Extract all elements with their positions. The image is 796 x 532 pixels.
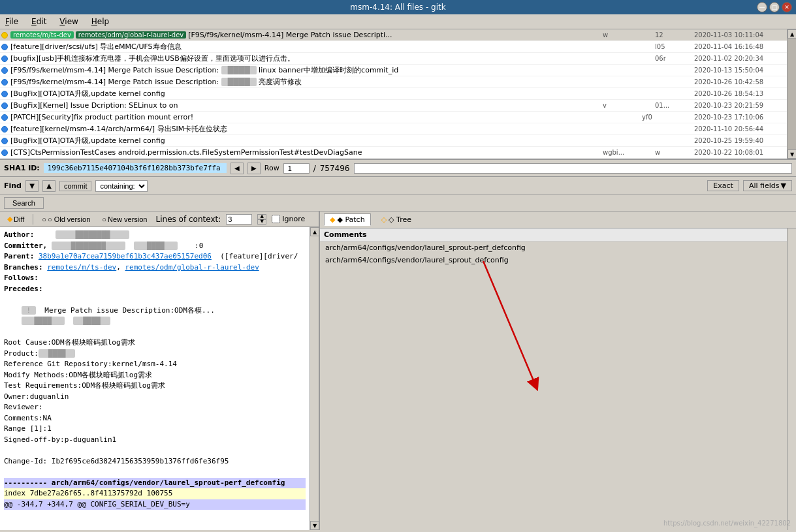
diff-scroll-thumb[interactable] bbox=[310, 236, 319, 521]
branch-link-1[interactable]: remotes/m/ts-dev bbox=[47, 263, 116, 272]
find-up-btn[interactable]: ▲ bbox=[42, 180, 56, 192]
diff-button[interactable]: ◆ Diff bbox=[4, 213, 27, 225]
commit-list: remotes/m/ts-dev remotes/odm/global-r-la… bbox=[0, 29, 787, 159]
sha-search-input[interactable] bbox=[354, 163, 793, 174]
comments-line: Comments:NA bbox=[4, 413, 306, 424]
diff-diamond-icon: ◆ bbox=[7, 215, 12, 223]
commit-row[interactable]: [BugFix][OTA]OTA升级,update kernel config … bbox=[0, 88, 787, 100]
ignore-checkbox[interactable] bbox=[272, 215, 280, 223]
committer-line: Committer, ████████ ████ :0 bbox=[4, 241, 306, 252]
close-button[interactable]: ✕ bbox=[782, 2, 792, 12]
root-cause-line: Root Cause:ODM各模块暗码抓log需求 bbox=[4, 337, 306, 349]
all-fields-button[interactable]: All fields ▼ bbox=[743, 180, 792, 191]
find-label: Find bbox=[4, 181, 22, 190]
scroll-up-btn[interactable]: ▲ bbox=[788, 29, 796, 39]
commit-message: [feature][kernel/msm-4.14/arch/arm64/] 导… bbox=[10, 124, 694, 134]
lower-pane: ◆ Diff ○ ○ Old version ○ New version Lin… bbox=[0, 211, 796, 530]
maximize-button[interactable]: □ bbox=[769, 2, 780, 12]
titlebar: msm-4.14: All files - gitk — □ ✕ bbox=[0, 0, 796, 14]
commit-dot bbox=[1, 149, 8, 156]
ref-git-line: Reference Git Repository:kernel/msm-4.14 bbox=[4, 359, 306, 370]
old-version-button[interactable]: ○ ○ Old version bbox=[39, 214, 93, 225]
diff-content-area: Author: ████████ Committer, ████████ ███… bbox=[0, 227, 319, 530]
diff-hunk-line: @@ -344,7 +344,7 @@ CONFIG_SERIAL_DEV_BU… bbox=[4, 499, 306, 510]
file-path-2: arch/arm64/configs/vendor/laurel_sprout_… bbox=[325, 256, 509, 264]
commit-date: 2020-10-26 18:54:13 bbox=[694, 90, 786, 97]
patch-file-item-2[interactable]: arch/arm64/configs/vendor/laurel_sprout_… bbox=[320, 254, 787, 266]
scroll-down-btn[interactable]: ▼ bbox=[788, 149, 796, 159]
old-version-label: ○ Old version bbox=[48, 215, 90, 223]
arrow-annotation bbox=[451, 242, 581, 411]
scroll-thumb[interactable] bbox=[788, 39, 796, 149]
diff-label: Diff bbox=[14, 215, 24, 223]
commit-row[interactable]: remotes/m/ts-dev remotes/odm/global-r-la… bbox=[0, 29, 787, 41]
commit-message: [bugfix][usb]手机连接标准充电器，手机会弹出USB偏好设置，里面选项… bbox=[10, 54, 603, 63]
parent-sha-link[interactable]: 38b9a1e70a7cea7159bef61b3c437ae05157ed06 bbox=[39, 252, 212, 260]
commit-date: 2020-10-22 10:08:01 bbox=[694, 149, 786, 156]
new-version-button[interactable]: ○ New version bbox=[99, 214, 150, 225]
find-containing-select[interactable]: containing: bbox=[95, 180, 148, 192]
diff-scrollbar[interactable]: ▲ ▼ bbox=[310, 227, 319, 530]
file-list-with-arrow: arch/arm64/configs/vendor/laurel_sprout-… bbox=[320, 242, 787, 266]
commit-row[interactable]: [F9S/f9s/kernel/msm-4.14] Merge Patch is… bbox=[0, 76, 787, 88]
commit-dot bbox=[1, 114, 8, 121]
menu-edit[interactable]: Edit bbox=[29, 16, 49, 27]
commit-row[interactable]: [PATCH][Security]fix product partition m… bbox=[0, 112, 787, 123]
commit-message: [F9S/f9s/kernel/msm-4.14] Merge Patch is… bbox=[188, 31, 603, 39]
sha-bar: SHA1 ID: 199c36eb7115e407104b3f6f1028bb3… bbox=[0, 160, 796, 177]
commit-row[interactable]: [CTS]CtsPermissionTestCases android.perm… bbox=[0, 147, 787, 159]
diff-scroll-down-btn[interactable]: ▼ bbox=[310, 521, 319, 530]
commit-row[interactable]: [F9S/f9s/kernel/msm-4.14] Merge Patch is… bbox=[0, 65, 787, 76]
search-button[interactable]: Search bbox=[4, 197, 44, 209]
right-panel-scrollbar[interactable] bbox=[787, 228, 796, 530]
minimize-button[interactable]: — bbox=[757, 2, 767, 12]
tag-badge: remotes/m/ts-dev bbox=[10, 31, 74, 39]
commit-row[interactable]: [bugfix][usb]手机连接标准充电器，手机会弹出USB偏好设置，里面选项… bbox=[0, 53, 787, 65]
row-separator: / bbox=[313, 164, 316, 173]
commit-dot bbox=[1, 44, 8, 50]
tree-tab-label: ◇ Tree bbox=[389, 215, 411, 224]
branch-link-2[interactable]: remotes/odm/global-r-laurel-dev bbox=[125, 263, 259, 272]
diff-index-line: index 7dbe27a26f65..8f411375792d 100755 bbox=[4, 488, 306, 499]
context-input[interactable] bbox=[226, 214, 252, 225]
row-input[interactable] bbox=[283, 163, 310, 174]
diff-scroll-up-btn[interactable]: ▲ bbox=[310, 227, 319, 236]
new-radio-icon: ○ bbox=[102, 215, 106, 223]
precedes-line: Precedes: bbox=[4, 284, 306, 295]
tree-diamond-icon: ◇ bbox=[381, 215, 387, 224]
exact-button[interactable]: Exact bbox=[707, 180, 739, 191]
patch-file-item-1[interactable]: arch/arm64/configs/vendor/laurel_sprout-… bbox=[320, 242, 787, 254]
commit-list-scrollbar[interactable]: ▲ ▼ bbox=[787, 29, 796, 159]
patch-tab-label: ◆ Patch bbox=[337, 215, 364, 224]
find-down-btn[interactable]: ▼ bbox=[25, 180, 39, 192]
svg-line-1 bbox=[483, 261, 535, 385]
patch-tab[interactable]: ◆ ◆ Patch bbox=[324, 213, 371, 226]
watermark: https://blog.csdn.net/weixin_42271802 bbox=[663, 520, 791, 527]
commit-row[interactable]: [BugFix][Kernel] Issue Dcription: SELinu… bbox=[0, 100, 787, 112]
find-type-button[interactable]: commit bbox=[59, 181, 91, 191]
tag-badge: remotes/odm/global-r-laurel-dev bbox=[76, 31, 186, 39]
menu-file[interactable]: File bbox=[3, 16, 21, 27]
sha-next-btn[interactable]: ▶ bbox=[247, 163, 261, 174]
patch-diamond-icon: ◆ bbox=[330, 215, 335, 224]
row-label: Row bbox=[264, 164, 279, 172]
range-line: Range [1]:1 bbox=[4, 424, 306, 435]
commit-author: w bbox=[603, 31, 655, 39]
menu-help[interactable]: Help bbox=[89, 16, 112, 27]
main-container: remotes/m/ts-dev remotes/odm/global-r-la… bbox=[0, 29, 796, 530]
commit-message: [BugFix][OTA]OTA升级,update kernel config bbox=[10, 136, 694, 146]
sha-value[interactable]: 199c36eb7115e407104b3f6f1028bb373bfe7ffa bbox=[44, 163, 227, 173]
spinner-down-btn[interactable]: ▼ bbox=[257, 219, 266, 225]
commit-sha: l05 bbox=[655, 43, 694, 50]
commit-date: 2020-10-23 20:21:59 bbox=[694, 102, 786, 109]
patch-tabs: ◆ ◆ Patch ◇ ◇ Tree bbox=[320, 211, 796, 228]
menu-view[interactable]: View bbox=[57, 16, 80, 27]
right-panel: ◆ ◆ Patch ◇ ◇ Tree Comments arch/arm64/c… bbox=[320, 211, 796, 530]
commit-row[interactable]: [BugFix][OTA]OTA升级,update kernel config … bbox=[0, 135, 787, 147]
sha-prev-btn[interactable]: ◀ bbox=[231, 163, 244, 174]
commit-row[interactable]: [feature][driver/scsi/ufs] 导出eMMC/UFS寿命信… bbox=[0, 41, 787, 53]
tree-tab[interactable]: ◇ ◇ Tree bbox=[376, 214, 417, 225]
blank-line2 bbox=[4, 327, 306, 338]
commit-row[interactable]: [feature][kernel/msm-4.14/arch/arm64/] 导… bbox=[0, 123, 787, 135]
commit-dot bbox=[1, 91, 8, 97]
